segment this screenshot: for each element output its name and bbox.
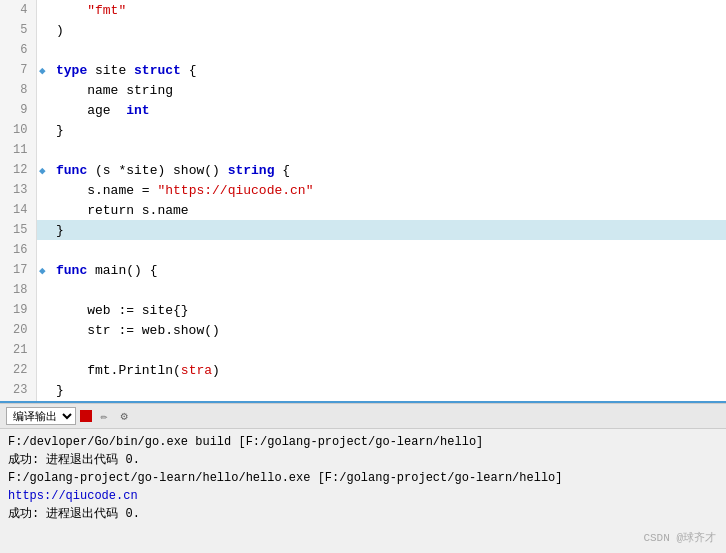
line-number: 4 <box>0 0 36 20</box>
line-number: 19 <box>0 300 36 320</box>
code-token: "https://qiucode.cn" <box>157 183 313 198</box>
code-line: return s.name <box>48 200 726 220</box>
line-number: 9 <box>0 100 36 120</box>
code-line: func (s *site) show() string { <box>48 160 726 180</box>
code-line: } <box>48 120 726 140</box>
output-line: F:/golang-project/go-learn/hello/hello.e… <box>8 469 718 487</box>
line-marker <box>36 200 48 220</box>
code-line <box>48 240 726 260</box>
line-marker <box>36 380 48 400</box>
code-line: s.name = "https://qiucode.cn" <box>48 180 726 200</box>
line-marker <box>36 280 48 300</box>
line-marker <box>36 80 48 100</box>
line-marker <box>36 360 48 380</box>
code-line <box>48 40 726 60</box>
line-number: 23 <box>0 380 36 400</box>
code-line <box>48 340 726 360</box>
line-marker <box>36 340 48 360</box>
code-token: func <box>56 163 87 178</box>
code-line: ) <box>48 20 726 40</box>
code-line: } <box>48 380 726 400</box>
line-number: 12 <box>0 160 36 180</box>
line-marker <box>36 240 48 260</box>
code-line: } <box>48 220 726 240</box>
code-token: stra <box>181 363 212 378</box>
pencil-icon[interactable]: ✏ <box>96 408 112 424</box>
code-token: int <box>126 103 149 118</box>
output-line: 成功: 进程退出代码 0. <box>8 505 718 523</box>
code-token: "fmt" <box>56 3 126 18</box>
gear-icon[interactable]: ⚙ <box>116 408 132 424</box>
line-number: 15 <box>0 220 36 240</box>
line-number: 22 <box>0 360 36 380</box>
bottom-panel: 编译输出 ✏ ⚙ F:/devloper/Go/bin/go.exe build… <box>0 403 726 553</box>
code-line: name string <box>48 80 726 100</box>
line-number: 14 <box>0 200 36 220</box>
code-line: type site struct { <box>48 60 726 80</box>
code-token: struct <box>134 63 181 78</box>
line-number: 21 <box>0 340 36 360</box>
code-line: func main() { <box>48 260 726 280</box>
line-number: 18 <box>0 280 36 300</box>
line-marker: ◆ <box>36 60 48 80</box>
line-marker <box>36 220 48 240</box>
line-marker: ◆ <box>36 260 48 280</box>
output-selector[interactable]: 编译输出 <box>6 407 76 425</box>
watermark: CSDN @球齐才 <box>643 530 716 545</box>
line-number: 20 <box>0 320 36 340</box>
code-token: string <box>228 163 275 178</box>
line-number: 16 <box>0 240 36 260</box>
line-marker <box>36 100 48 120</box>
line-marker: ◆ <box>36 160 48 180</box>
line-marker <box>36 0 48 20</box>
output-line: F:/devloper/Go/bin/go.exe build [F:/gola… <box>8 433 718 451</box>
line-number: 5 <box>0 20 36 40</box>
code-editor: 4 "fmt"5)67◆type site struct {8 name str… <box>0 0 726 403</box>
line-number: 17 <box>0 260 36 280</box>
code-line: fmt.Println(stra) <box>48 360 726 380</box>
output-area: F:/devloper/Go/bin/go.exe build [F:/gola… <box>0 429 726 553</box>
line-number: 13 <box>0 180 36 200</box>
output-line: https://qiucode.cn <box>8 487 718 505</box>
code-line: str := web.show() <box>48 320 726 340</box>
code-line <box>48 140 726 160</box>
line-number: 11 <box>0 140 36 160</box>
stop-button[interactable] <box>80 410 92 422</box>
code-token: type <box>56 63 87 78</box>
line-marker <box>36 320 48 340</box>
line-number: 6 <box>0 40 36 60</box>
code-token: func <box>56 263 87 278</box>
line-marker <box>36 40 48 60</box>
code-line: age int <box>48 100 726 120</box>
code-line: web := site{} <box>48 300 726 320</box>
code-line <box>48 280 726 300</box>
line-marker <box>36 140 48 160</box>
toolbar: 编译输出 ✏ ⚙ <box>0 404 726 429</box>
line-marker <box>36 20 48 40</box>
code-line: "fmt" <box>48 0 726 20</box>
line-number: 10 <box>0 120 36 140</box>
output-line: 成功: 进程退出代码 0. <box>8 451 718 469</box>
line-marker <box>36 180 48 200</box>
line-marker <box>36 120 48 140</box>
line-number: 8 <box>0 80 36 100</box>
line-marker <box>36 300 48 320</box>
line-number: 7 <box>0 60 36 80</box>
